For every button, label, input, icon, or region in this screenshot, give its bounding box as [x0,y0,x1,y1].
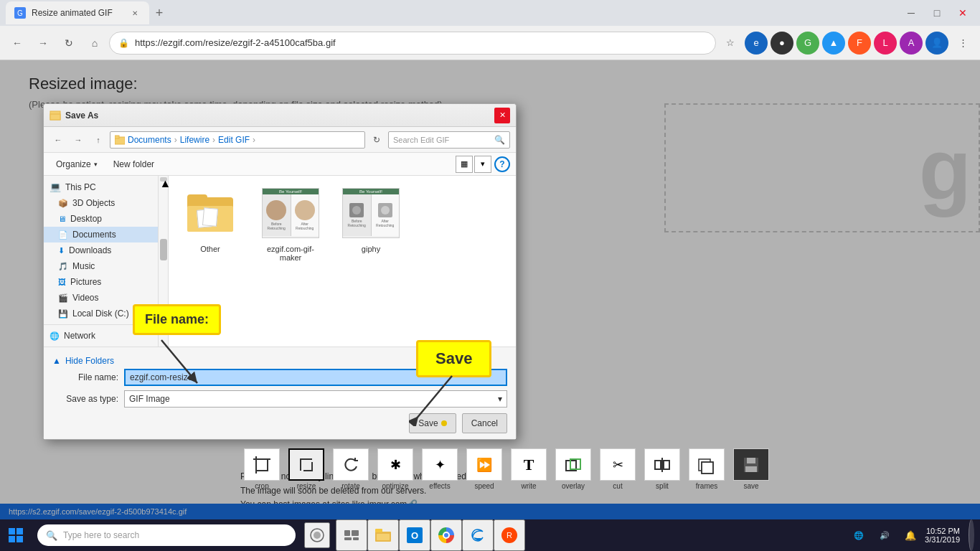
minimize-button[interactable]: ─ [900,1,923,24]
file-thumb-ezgif: Be Yourself! Before Retouching [262,184,319,242]
outlook-button[interactable]: O [399,519,430,551]
tool-save[interactable]: save [730,448,773,490]
menu-button[interactable]: ⋮ [951,32,974,55]
sidebar-item-music[interactable]: 🎵 Music [44,258,158,274]
svg-rect-26 [344,530,350,536]
breadcrumb-sep-2: › [212,135,215,145]
scroll-up[interactable]: ▲ [160,177,167,182]
tool-split[interactable]: split [641,448,684,490]
dialog-back-button[interactable]: ← [50,131,67,149]
file-item-other[interactable]: Other [174,182,246,265]
extension-2[interactable]: ● [771,32,793,55]
tool-optimize[interactable]: ✱ optimize [374,448,417,490]
app5-icon: R [501,527,517,543]
dialog-cancel-button[interactable]: Cancel [462,413,507,433]
breadcrumb-documents[interactable]: Documents [128,135,171,145]
start-button[interactable] [0,519,32,551]
chrome-icon [438,527,454,543]
scroll-thumb[interactable] [160,239,167,260]
organize-button[interactable]: Organize ▾ [50,156,104,173]
taskbar-search-text: Type here to search [63,530,139,540]
breadcrumb-edit-gif[interactable]: Edit GIF [218,135,250,145]
extension-3[interactable]: G [796,32,819,55]
chrome-button[interactable] [430,519,462,551]
show-desktop-button[interactable] [969,519,974,551]
view-toggle-button[interactable]: ▦ [456,156,473,173]
user-avatar[interactable]: 👤 [925,32,948,55]
breadcrumb[interactable]: Documents › Lifewire › Edit GIF › [110,131,365,149]
network-status-icon[interactable]: 🌐 [847,524,870,547]
windows-logo [9,528,23,542]
help-button[interactable]: ? [494,156,510,172]
file-item-giphy[interactable]: Be Yourself! Before Retouching [335,182,407,265]
tool-rotate[interactable]: rotate [329,448,372,490]
maximize-button[interactable]: □ [925,1,948,24]
tool-resize[interactable]: resize [285,448,328,490]
address-bar[interactable]: 🔒 https://ezgif.com/resize/ezgif-2-a4510… [109,32,716,55]
new-tab-button[interactable]: + [149,3,169,23]
svg-rect-9 [664,461,669,469]
view-arrow-button[interactable]: ▾ [474,156,491,173]
network-icon: 🌐 [50,331,60,341]
network-label: Network [64,331,95,341]
dialog-refresh-button[interactable]: ↻ [368,131,385,149]
extension-6[interactable]: L [874,32,897,55]
tool-cut[interactable]: ✂ cut [596,448,639,490]
tool-speed[interactable]: ⏩ speed [463,448,506,490]
edge-button[interactable] [462,519,494,551]
cortana-button[interactable] [304,522,330,548]
svg-rect-19 [115,136,119,138]
refresh-button[interactable]: ↻ [57,32,80,55]
music-icon: 🎵 [58,262,68,271]
bookmark-button[interactable]: ☆ [719,32,742,55]
sidebar-item-this-pc[interactable]: 💻 This PC [44,179,158,195]
tab-title: Resize animated GIF [32,8,113,18]
window-close-button[interactable]: ✕ [951,1,974,24]
sidebar-item-downloads[interactable]: ⬇ Downloads [44,242,158,258]
extension-7[interactable]: A [900,32,923,55]
hide-folders-label[interactable]: Hide Folders [65,356,114,366]
tool-frames[interactable]: frames [685,448,728,490]
search-box[interactable]: Search Edit GIF 🔍 [388,131,510,149]
cortana-icon [309,527,325,543]
dialog-forward-button[interactable]: → [70,131,87,149]
file-name-ezgif: ezgif.com-gif-maker [258,245,324,262]
app5-button[interactable]: R [494,519,525,551]
tool-write[interactable]: T write [507,448,550,490]
videos-icon: 🎬 [58,293,68,303]
browser-tab[interactable]: G Resize animated GIF ✕ [6,1,149,24]
sidebar-item-pictures[interactable]: 🖼 Pictures [44,274,158,290]
file-explorer-button[interactable] [367,519,399,551]
taskbar-search-bar[interactable]: 🔍 Type here to search [37,524,296,546]
file-explorer-icon [375,529,391,542]
tool-effects[interactable]: ✦ effects [418,448,461,490]
notifications-icon[interactable]: 🔔 [899,524,922,547]
file-item-ezgif[interactable]: Be Yourself! Before Retouching [255,182,326,265]
breadcrumb-lifewire[interactable]: Lifewire [180,135,209,145]
volume-icon[interactable]: 🔊 [873,524,896,547]
sidebar-item-3d-objects[interactable]: 📦 3D Objects [44,195,158,211]
sidebar-item-desktop[interactable]: 🖥 Desktop [44,211,158,227]
svg-line-21 [161,340,197,383]
tool-overlay[interactable]: overlay [552,448,595,490]
taskbar-right: 🌐 🔊 🔔 10:52 PM 3/31/2019 [847,519,980,551]
date-text: 3/31/2019 [925,535,960,544]
tab-close-button[interactable]: ✕ [129,7,141,19]
sidebar-item-documents[interactable]: 📄 Documents [44,227,158,242]
forward-button[interactable]: → [32,32,55,55]
new-folder-button[interactable]: New folder [107,156,161,173]
3d-objects-icon: 📦 [58,199,68,208]
dialog-up-button[interactable]: ↑ [90,131,107,149]
task-view-icon [344,530,359,540]
tool-crop[interactable]: crop [240,448,283,490]
sidebar-item-videos[interactable]: 🎬 Videos [44,290,158,306]
extension-4[interactable]: ▲ [822,32,845,55]
back-button[interactable]: ← [6,32,29,55]
breadcrumb-folder-icon [115,135,125,145]
home-button[interactable]: ⌂ [83,32,106,55]
extension-1[interactable]: e [745,32,768,55]
dialog-close-button[interactable]: ✕ [494,108,510,123]
edge-icon [470,527,486,543]
extension-5[interactable]: F [848,32,871,55]
task-view-button[interactable] [336,519,367,551]
